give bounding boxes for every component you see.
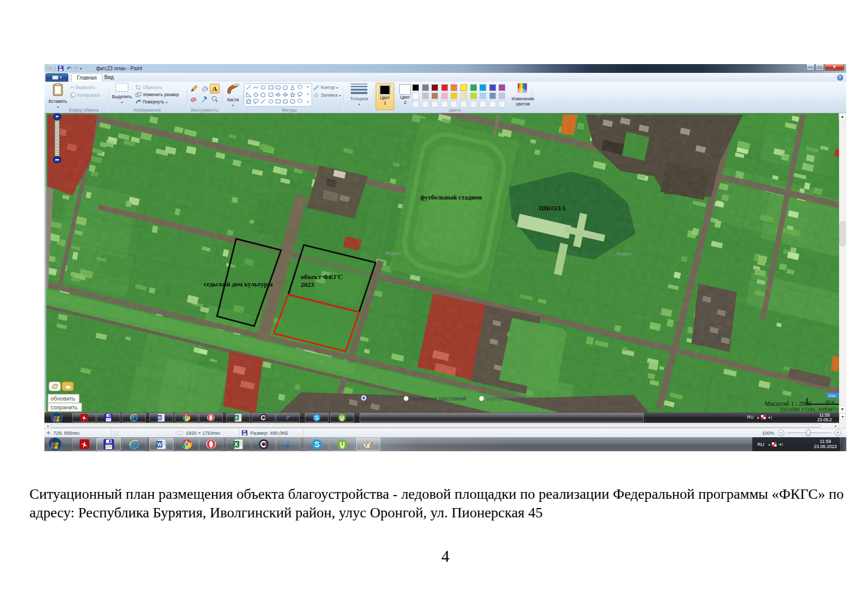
svg-text:сохранить: сохранить bbox=[51, 404, 78, 410]
svg-text:обновить: обновить bbox=[51, 395, 75, 402]
svg-text:навигация: навигация bbox=[369, 395, 394, 401]
svg-text:3321690.17241, 499387.64: 3321690.17241, 499387.64 bbox=[780, 406, 843, 412]
svg-text:измерение расстояний: измерение расстояний bbox=[411, 396, 466, 402]
svg-text:Яндекс: Яндекс bbox=[616, 251, 632, 256]
svg-text:Соз: Соз bbox=[828, 393, 835, 398]
svg-text:ШКОЛА: ШКОЛА bbox=[539, 204, 566, 212]
svg-text:седьский дом культуры: седьский дом культуры bbox=[204, 281, 273, 288]
svg-text:объект ФКГС: объект ФКГС bbox=[301, 273, 343, 281]
svg-text:футбольный стадион: футбольный стадион bbox=[421, 194, 482, 201]
svg-text:20 м: 20 м bbox=[826, 400, 834, 404]
svg-text:измерение площади: измерение площади bbox=[487, 396, 536, 402]
svg-text:2023: 2023 bbox=[301, 281, 315, 288]
svg-text:Яндекс: Яндекс bbox=[385, 251, 401, 256]
